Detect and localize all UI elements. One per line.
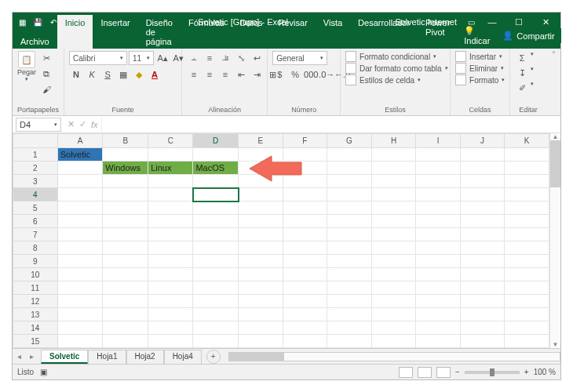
cell-K16[interactable] [505,348,549,349]
row-header-11[interactable]: 11 [13,281,58,295]
collapse-ribbon-icon[interactable]: ˄ [546,49,560,115]
cell-G11[interactable] [327,281,372,295]
cell-G14[interactable] [327,321,372,335]
cell-H6[interactable] [371,215,416,228]
cell-C9[interactable] [148,255,193,268]
cell-I3[interactable] [416,175,461,188]
cell-E11[interactable] [239,281,283,295]
cell-H14[interactable] [371,321,416,335]
cells-grid[interactable]: ABCDEFGHIJK1Solvetic2WindowsLinuxMacOS34… [13,133,549,348]
cell-H16[interactable] [371,348,416,349]
font-color-icon[interactable]: A [148,67,162,82]
inc-decimal-icon[interactable]: .0→ [319,67,334,82]
cell-E2[interactable] [239,162,283,175]
cell-styles-button[interactable]: Estilos de celda▾ [345,74,421,85]
cell-H5[interactable] [371,201,416,215]
cell-D16[interactable] [193,348,239,349]
cell-G7[interactable] [327,228,372,241]
save-icon[interactable]: 💾 [31,16,44,28]
col-header-A[interactable]: A [57,134,103,148]
cell-J9[interactable] [460,255,505,268]
cell-F15[interactable] [283,335,327,348]
cell-F11[interactable] [283,281,327,295]
row-header-15[interactable]: 15 [13,335,58,348]
cell-I8[interactable] [416,241,461,255]
cell-I5[interactable] [416,201,461,215]
cell-G15[interactable] [327,335,372,348]
cell-H3[interactable] [371,175,416,188]
cell-B14[interactable] [103,321,148,335]
row-header-14[interactable]: 14 [13,321,58,335]
cell-G3[interactable] [327,175,372,188]
cell-E5[interactable] [239,201,283,215]
cell-A10[interactable] [57,268,103,281]
cell-G5[interactable] [327,201,372,215]
cell-A16[interactable] [57,348,103,349]
cell-J11[interactable] [460,281,505,295]
cell-H7[interactable] [371,228,416,241]
align-center-icon[interactable]: ≡ [203,67,217,82]
cell-C8[interactable] [148,241,193,255]
sheet-nav-next-icon[interactable]: ▸ [25,350,38,363]
comma-icon[interactable]: 000 [304,67,318,82]
cell-A15[interactable] [57,335,103,348]
cell-J7[interactable] [460,228,505,241]
cell-C5[interactable] [148,201,193,215]
cell-A3[interactable] [57,175,103,188]
tab-insertar[interactable]: Insertar [93,15,137,49]
vertical-scrollbar[interactable]: ▲ ▼ [549,133,560,348]
cell-C15[interactable] [148,335,193,348]
col-header-K[interactable]: K [505,134,549,148]
tab-vista[interactable]: Vista [316,15,350,49]
cell-J8[interactable] [460,241,505,255]
cell-B5[interactable] [103,201,148,215]
cell-D3[interactable] [193,175,239,188]
cell-G12[interactable] [327,295,372,308]
cell-K10[interactable] [505,268,549,281]
cell-H1[interactable] [371,148,416,162]
cell-A4[interactable] [57,188,103,201]
cell-D1[interactable] [193,148,239,162]
cell-K6[interactable] [505,215,549,228]
cell-J4[interactable] [460,188,505,201]
cell-H4[interactable] [371,188,416,201]
cell-K2[interactable] [505,162,549,175]
fill-icon[interactable]: ↧ [515,66,529,80]
row-header-2[interactable]: 2 [13,162,58,175]
sheet-tab-hoja4[interactable]: Hoja4 [164,350,202,364]
cell-C3[interactable] [148,175,193,188]
cell-F3[interactable] [283,175,327,188]
cell-A12[interactable] [57,295,103,308]
cell-I6[interactable] [416,215,461,228]
row-header-10[interactable]: 10 [13,268,58,281]
cell-G16[interactable] [327,348,372,349]
row-header-7[interactable]: 7 [13,228,58,241]
cell-J2[interactable] [460,162,505,175]
cell-D8[interactable] [193,241,239,255]
align-right-icon[interactable]: ≡ [218,67,232,82]
sheet-tab-hoja2[interactable]: Hoja2 [126,350,164,364]
col-header-J[interactable]: J [460,134,505,148]
cell-C4[interactable] [148,188,193,201]
grow-font-icon[interactable]: A▴ [155,51,170,65]
cell-H15[interactable] [371,335,416,348]
cell-A8[interactable] [57,241,103,255]
number-format-combo[interactable]: General▾ [272,51,327,65]
cell-C7[interactable] [148,228,193,241]
cell-A6[interactable] [57,215,103,228]
row-header-12[interactable]: 12 [13,295,58,308]
align-bottom-icon[interactable]: ⫡ [218,51,232,65]
cell-G8[interactable] [327,241,372,255]
cell-F12[interactable] [283,295,327,308]
cell-D5[interactable] [193,201,239,215]
cell-A2[interactable] [57,162,103,175]
format-painter-icon[interactable]: 🖌 [39,82,53,96]
cell-I9[interactable] [416,255,461,268]
cell-E3[interactable] [239,175,283,188]
cell-D4[interactable] [193,188,239,201]
align-middle-icon[interactable]: ≡ [203,51,217,65]
cell-B9[interactable] [103,255,148,268]
cell-K7[interactable] [505,228,549,241]
cell-B7[interactable] [103,228,148,241]
cell-G10[interactable] [327,268,372,281]
